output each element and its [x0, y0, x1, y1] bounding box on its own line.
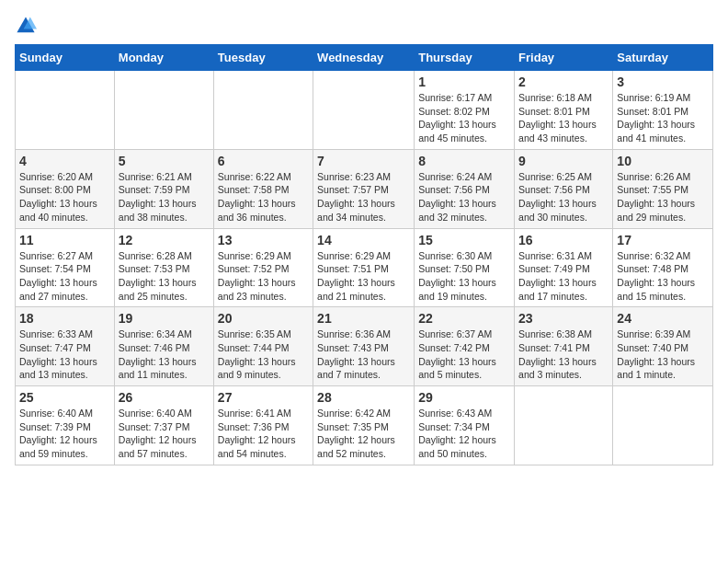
- calendar-week-row: 11Sunrise: 6:27 AM Sunset: 7:54 PM Dayli…: [16, 228, 713, 307]
- day-info: Sunrise: 6:21 AM Sunset: 7:59 PM Dayligh…: [119, 170, 210, 224]
- calendar-cell: 10Sunrise: 6:26 AM Sunset: 7:55 PM Dayli…: [613, 149, 713, 228]
- day-number: 12: [119, 233, 210, 247]
- calendar-cell: 20Sunrise: 6:35 AM Sunset: 7:44 PM Dayli…: [213, 307, 313, 386]
- day-number: 9: [518, 154, 609, 168]
- day-number: 1: [418, 75, 510, 89]
- calendar-cell: [16, 71, 115, 150]
- day-number: 27: [218, 390, 309, 405]
- calendar-cell: 15Sunrise: 6:30 AM Sunset: 7:50 PM Dayli…: [415, 228, 515, 307]
- calendar-cell: 8Sunrise: 6:24 AM Sunset: 7:56 PM Daylig…: [415, 149, 515, 228]
- calendar-cell: 22Sunrise: 6:37 AM Sunset: 7:42 PM Dayli…: [415, 307, 515, 386]
- day-info: Sunrise: 6:31 AM Sunset: 7:49 PM Dayligh…: [518, 249, 609, 304]
- calendar-cell: 12Sunrise: 6:28 AM Sunset: 7:53 PM Dayli…: [114, 228, 213, 307]
- calendar-cell: [114, 71, 213, 150]
- day-number: 26: [119, 390, 210, 405]
- day-info: Sunrise: 6:29 AM Sunset: 7:51 PM Dayligh…: [317, 249, 410, 304]
- calendar-header-friday: Friday: [515, 45, 613, 71]
- day-info: Sunrise: 6:25 AM Sunset: 7:56 PM Dayligh…: [518, 170, 609, 224]
- calendar-cell: [313, 71, 415, 150]
- day-number: 18: [19, 311, 110, 326]
- day-number: 19: [119, 311, 210, 326]
- day-info: Sunrise: 6:17 AM Sunset: 8:02 PM Dayligh…: [418, 91, 510, 145]
- day-info: Sunrise: 6:28 AM Sunset: 7:53 PM Dayligh…: [119, 249, 210, 304]
- calendar-cell: 29Sunrise: 6:43 AM Sunset: 7:34 PM Dayli…: [415, 386, 515, 465]
- calendar-cell: 13Sunrise: 6:29 AM Sunset: 7:52 PM Dayli…: [213, 228, 313, 307]
- calendar-cell: 17Sunrise: 6:32 AM Sunset: 7:48 PM Dayli…: [613, 228, 713, 307]
- day-info: Sunrise: 6:19 AM Sunset: 8:01 PM Dayligh…: [617, 91, 709, 145]
- calendar-week-row: 4Sunrise: 6:20 AM Sunset: 8:00 PM Daylig…: [16, 149, 713, 228]
- calendar-cell: 23Sunrise: 6:38 AM Sunset: 7:41 PM Dayli…: [515, 307, 613, 386]
- day-info: Sunrise: 6:37 AM Sunset: 7:42 PM Dayligh…: [418, 327, 510, 382]
- day-number: 8: [418, 154, 510, 168]
- calendar-header-sunday: Sunday: [16, 45, 115, 71]
- day-info: Sunrise: 6:20 AM Sunset: 8:00 PM Dayligh…: [19, 170, 110, 224]
- calendar-cell: 28Sunrise: 6:42 AM Sunset: 7:35 PM Dayli…: [313, 386, 415, 465]
- calendar-cell: 6Sunrise: 6:22 AM Sunset: 7:58 PM Daylig…: [213, 149, 313, 228]
- day-number: 13: [218, 233, 309, 247]
- day-number: 6: [218, 154, 309, 168]
- day-number: 16: [518, 233, 609, 247]
- calendar-header-saturday: Saturday: [613, 45, 713, 71]
- day-info: Sunrise: 6:43 AM Sunset: 7:34 PM Dayligh…: [418, 407, 510, 461]
- calendar-cell: 16Sunrise: 6:31 AM Sunset: 7:49 PM Dayli…: [515, 228, 613, 307]
- calendar-cell: 21Sunrise: 6:36 AM Sunset: 7:43 PM Dayli…: [313, 307, 415, 386]
- calendar-cell: 27Sunrise: 6:41 AM Sunset: 7:36 PM Dayli…: [213, 386, 313, 465]
- day-number: 23: [518, 311, 609, 326]
- day-number: 24: [617, 311, 709, 326]
- day-info: Sunrise: 6:39 AM Sunset: 7:40 PM Dayligh…: [617, 327, 709, 382]
- day-info: Sunrise: 6:40 AM Sunset: 7:39 PM Dayligh…: [19, 407, 110, 461]
- day-number: 20: [218, 311, 309, 326]
- day-info: Sunrise: 6:34 AM Sunset: 7:46 PM Dayligh…: [119, 327, 210, 382]
- page-header: [15, 15, 713, 37]
- day-info: Sunrise: 6:40 AM Sunset: 7:37 PM Dayligh…: [119, 407, 210, 461]
- day-info: Sunrise: 6:23 AM Sunset: 7:57 PM Dayligh…: [317, 170, 410, 224]
- day-info: Sunrise: 6:32 AM Sunset: 7:48 PM Dayligh…: [617, 249, 709, 304]
- day-number: 10: [617, 154, 709, 168]
- day-number: 29: [418, 390, 510, 405]
- calendar-week-row: 1Sunrise: 6:17 AM Sunset: 8:02 PM Daylig…: [16, 71, 713, 150]
- calendar-header-monday: Monday: [114, 45, 213, 71]
- calendar-cell: 14Sunrise: 6:29 AM Sunset: 7:51 PM Dayli…: [313, 228, 415, 307]
- day-info: Sunrise: 6:24 AM Sunset: 7:56 PM Dayligh…: [418, 170, 510, 224]
- day-info: Sunrise: 6:41 AM Sunset: 7:36 PM Dayligh…: [218, 407, 309, 461]
- calendar-cell: [515, 386, 613, 465]
- day-info: Sunrise: 6:29 AM Sunset: 7:52 PM Dayligh…: [218, 249, 309, 304]
- calendar-week-row: 18Sunrise: 6:33 AM Sunset: 7:47 PM Dayli…: [16, 307, 713, 386]
- logo: [15, 15, 40, 37]
- calendar-header-thursday: Thursday: [415, 45, 515, 71]
- day-info: Sunrise: 6:27 AM Sunset: 7:54 PM Dayligh…: [19, 249, 110, 304]
- day-info: Sunrise: 6:35 AM Sunset: 7:44 PM Dayligh…: [218, 327, 309, 382]
- calendar-cell: 26Sunrise: 6:40 AM Sunset: 7:37 PM Dayli…: [114, 386, 213, 465]
- calendar-header-tuesday: Tuesday: [213, 45, 313, 71]
- day-info: Sunrise: 6:42 AM Sunset: 7:35 PM Dayligh…: [317, 407, 410, 461]
- calendar-cell: 7Sunrise: 6:23 AM Sunset: 7:57 PM Daylig…: [313, 149, 415, 228]
- calendar-cell: 24Sunrise: 6:39 AM Sunset: 7:40 PM Dayli…: [613, 307, 713, 386]
- day-number: 25: [19, 390, 110, 405]
- day-info: Sunrise: 6:30 AM Sunset: 7:50 PM Dayligh…: [418, 249, 510, 304]
- calendar-cell: 19Sunrise: 6:34 AM Sunset: 7:46 PM Dayli…: [114, 307, 213, 386]
- calendar-header-wednesday: Wednesday: [313, 45, 415, 71]
- day-number: 4: [19, 154, 110, 168]
- day-number: 3: [617, 75, 709, 89]
- day-info: Sunrise: 6:38 AM Sunset: 7:41 PM Dayligh…: [518, 327, 609, 382]
- calendar-cell: 11Sunrise: 6:27 AM Sunset: 7:54 PM Dayli…: [16, 228, 115, 307]
- day-number: 2: [518, 75, 609, 89]
- calendar-table: SundayMondayTuesdayWednesdayThursdayFrid…: [15, 44, 713, 465]
- calendar-cell: 9Sunrise: 6:25 AM Sunset: 7:56 PM Daylig…: [515, 149, 613, 228]
- day-info: Sunrise: 6:26 AM Sunset: 7:55 PM Dayligh…: [617, 170, 709, 224]
- day-info: Sunrise: 6:33 AM Sunset: 7:47 PM Dayligh…: [19, 327, 110, 382]
- day-info: Sunrise: 6:18 AM Sunset: 8:01 PM Dayligh…: [518, 91, 609, 145]
- calendar-cell: 5Sunrise: 6:21 AM Sunset: 7:59 PM Daylig…: [114, 149, 213, 228]
- calendar-cell: 18Sunrise: 6:33 AM Sunset: 7:47 PM Dayli…: [16, 307, 115, 386]
- calendar-week-row: 25Sunrise: 6:40 AM Sunset: 7:39 PM Dayli…: [16, 386, 713, 465]
- day-number: 5: [119, 154, 210, 168]
- calendar-cell: 1Sunrise: 6:17 AM Sunset: 8:02 PM Daylig…: [415, 71, 515, 150]
- day-number: 28: [317, 390, 410, 405]
- calendar-header-row: SundayMondayTuesdayWednesdayThursdayFrid…: [16, 45, 713, 71]
- calendar-cell: 4Sunrise: 6:20 AM Sunset: 8:00 PM Daylig…: [16, 149, 115, 228]
- day-number: 22: [418, 311, 510, 326]
- calendar-cell: [213, 71, 313, 150]
- day-number: 15: [418, 233, 510, 247]
- calendar-cell: 25Sunrise: 6:40 AM Sunset: 7:39 PM Dayli…: [16, 386, 115, 465]
- calendar-cell: 3Sunrise: 6:19 AM Sunset: 8:01 PM Daylig…: [613, 71, 713, 150]
